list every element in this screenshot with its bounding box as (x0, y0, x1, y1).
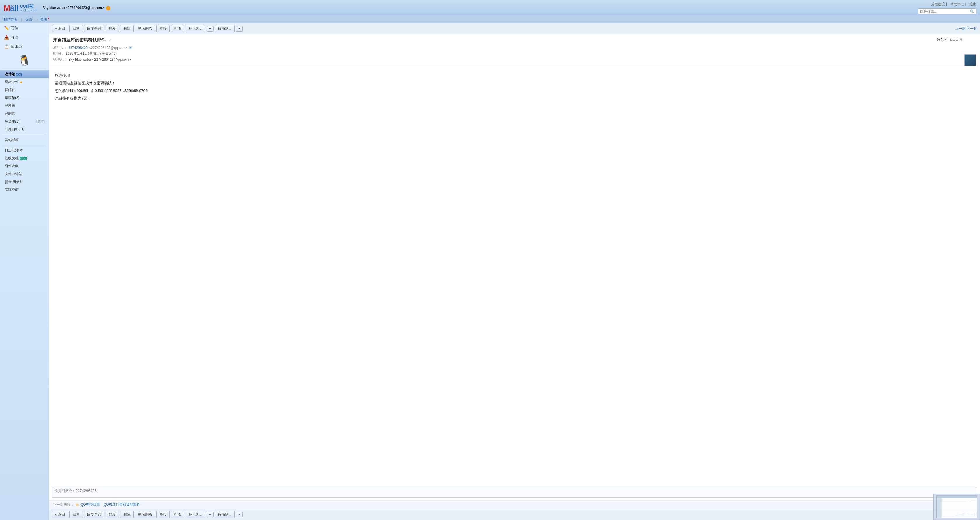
sidebar-inbox-label: 收件箱 (5, 72, 15, 77)
bottom-delete-forever-button[interactable]: 彻底删除 (135, 511, 155, 518)
mascot-icon: 🐧 (18, 54, 31, 66)
move-to-arrow[interactable]: ▼ (235, 26, 243, 32)
sidebar-item-other[interactable]: 其他邮箱 (0, 136, 49, 144)
bottom-mark-as-button[interactable]: 标记为... (186, 511, 205, 518)
email-header: 来自猿题库的密码确认邮件 ☆ 发件人： 2274296423 <22742964… (49, 34, 980, 66)
format-links: 纯文本 | □ □ □ 🖨 (937, 37, 963, 42)
search-input[interactable] (920, 10, 970, 13)
compose-button[interactable]: ✏️ 写信 (0, 23, 49, 33)
prev-email-link[interactable]: 上一封 (955, 27, 966, 30)
bottom-move-to-arrow[interactable]: ▼ (235, 512, 243, 517)
sender-extra-icon: 📧 (129, 46, 133, 49)
top-links: 反馈建议 | 帮助中心 | 退出 (918, 2, 977, 7)
sidebar-divider-2 (2, 134, 46, 135)
quick-reply-input[interactable] (52, 487, 977, 498)
forward-button[interactable]: 转发 (106, 25, 119, 32)
sidebar-item-qq-sub[interactable]: QQ邮件订阅 (0, 126, 49, 133)
read-space-label: 阅读空间 (5, 187, 19, 192)
body-line-4: 此链接有效期为7天！ (55, 94, 974, 102)
sidebar-item-cards[interactable]: 贺卡 | 明信片 (0, 178, 49, 186)
next-email-item1[interactable]: QQ秀项目组 (81, 502, 100, 507)
delete-button[interactable]: 删除 (120, 25, 134, 32)
sidebar-divider-3 (2, 145, 46, 145)
logout-link[interactable]: 退出 (969, 2, 977, 6)
mark-as-arrow[interactable]: ▼ (207, 26, 213, 32)
logo-qq-label: QQ邮箱 (20, 4, 37, 8)
search-icon[interactable]: 🔍 (970, 10, 974, 13)
sidebar-item-online-docs[interactable]: 在线文档 NEW (0, 155, 49, 162)
contacts-button[interactable]: 📋 通讯录 (0, 42, 49, 51)
sidebar-item-group[interactable]: 群邮件 (0, 86, 49, 94)
sidebar-item-inbox[interactable]: 收件箱 (53) (0, 70, 49, 78)
mascot-area: 🐧 (0, 51, 49, 68)
sidebar-item-calendar[interactable]: 日历 | 记事本 (0, 147, 49, 155)
nav-settings[interactable]: 设置 (25, 18, 32, 22)
sender-name-link[interactable]: 2274296423 (68, 46, 88, 50)
inbox-icon: 📥 (4, 35, 9, 40)
bottom-back-button[interactable]: « 返回 (52, 511, 68, 518)
logo-area: Mäil QQ邮箱 mail.qq.com (3, 3, 37, 13)
report-button[interactable]: 举报 (156, 25, 170, 32)
plain-text-link[interactable]: 纯文本 | (937, 38, 948, 41)
sidebar: ✏️ 写信 📥 收信 📋 通讯录 🐧 收件箱 (53) 星标邮件 ★ 群邮件 草… (0, 23, 49, 520)
bottom-forward-button[interactable]: 转发 (106, 511, 119, 518)
delete-forever-button[interactable]: 彻底删除 (135, 25, 155, 32)
sidebar-item-starred[interactable]: 星标邮件 ★ (0, 78, 49, 86)
recipient-value: Sky blue water <2274296423@qq.com> (68, 57, 130, 62)
feedback-link[interactable]: 反馈建议 (931, 2, 945, 6)
bottom-delete-button[interactable]: 删除 (120, 511, 134, 518)
attach-collect-label: 附件收藏 (5, 164, 19, 169)
inbox-button[interactable]: 📥 收信 (0, 33, 49, 42)
cards-label: 贺卡 (5, 179, 12, 184)
thumbnail-preview (933, 494, 980, 520)
bottom-reply-button[interactable]: 回复 (69, 511, 83, 518)
sidebar-item-deleted[interactable]: 已删除 (0, 110, 49, 118)
sidebar-item-sent[interactable]: 已发送 (0, 102, 49, 110)
contacts-label: 通讯录 (11, 44, 22, 49)
notes-label: 记事本 (13, 148, 23, 153)
back-button[interactable]: « 返回 (52, 25, 68, 32)
new-badge: NEW (19, 157, 27, 160)
help-link[interactable]: 帮助中心 (950, 2, 964, 6)
sidebar-other-label: 其他邮箱 (5, 137, 19, 142)
compose-icon: ✏️ (4, 26, 9, 30)
bottom-reject-button[interactable]: 拒收 (171, 511, 185, 518)
quick-reply-area (49, 485, 980, 500)
sidebar-item-attach[interactable]: 附件收藏 (0, 162, 49, 170)
sidebar-item-file-transfer[interactable]: 文件中转站 (0, 170, 49, 178)
email-avatar (964, 54, 976, 66)
email-subject-text: 来自猿题库的密码确认邮件 (53, 37, 106, 42)
email-sender-row: 发件人： 2274296423 <2274296423@qq.com> 📧 (53, 45, 976, 50)
reply-all-button[interactable]: 回复全部 (84, 25, 104, 32)
topbar: Mäil QQ邮箱 mail.qq.com Sky blue water<227… (0, 0, 980, 16)
sidebar-trash-action[interactable]: [清空] (37, 120, 45, 124)
nav-theme[interactable]: 换肤 (40, 18, 47, 22)
sidebar-item-trash[interactable]: 垃圾箱(1) [清空] (0, 118, 49, 126)
envelope-icon: ✉ (76, 503, 79, 507)
sidebar-trash-label: 垃圾箱(1) (5, 119, 19, 124)
email-star-icon[interactable]: ☆ (108, 38, 112, 42)
mark-as-button[interactable]: 标记为... (186, 25, 205, 32)
calendar-label: 日历 (5, 148, 12, 153)
nav-home[interactable]: 邮箱首页 (3, 18, 18, 22)
next-email-bar: 下一封未读： ✉ QQ秀项目组 QQ秀红钻贵族提醒邮件 (49, 500, 980, 509)
reject-button[interactable]: 拒收 (171, 25, 185, 32)
sidebar-item-read-space[interactable]: 阅读空间 (0, 186, 49, 194)
bottom-move-to-button[interactable]: 移动到... (215, 511, 234, 518)
email-body: 感谢使用 请返回站点链接完成修改密码确认！ 您的验证id为90b86bc9-0d… (49, 66, 980, 485)
content-area: « 返回 回复 回复全部 转发 删除 彻底删除 举报 拒收 标记为... ▼ 移… (49, 23, 980, 520)
sidebar-sent-label: 已发送 (5, 103, 15, 108)
sidebar-item-draft[interactable]: 草稿箱(2) (0, 94, 49, 102)
logo-mail: Mäil (3, 3, 18, 13)
next-email-link[interactable]: 下一封 (967, 27, 977, 30)
move-to-button[interactable]: 移动到... (215, 25, 234, 32)
main-layout: ✏️ 写信 📥 收信 📋 通讯录 🐧 收件箱 (53) 星标邮件 ★ 群邮件 草… (0, 23, 980, 520)
email-subject: 来自猿题库的密码确认邮件 ☆ (53, 37, 976, 43)
time-value: 2020年1月1日(星期三) 凌晨5:40 (65, 51, 116, 56)
reply-button[interactable]: 回复 (69, 25, 83, 32)
bottom-reply-all-button[interactable]: 回复全部 (84, 511, 104, 518)
bottom-report-button[interactable]: 举报 (156, 511, 170, 518)
bottom-mark-as-arrow[interactable]: ▼ (207, 512, 213, 517)
next-email-item2[interactable]: QQ秀红钻贵族提醒邮件 (103, 502, 141, 507)
recipient-label: 收件人： (53, 57, 67, 62)
